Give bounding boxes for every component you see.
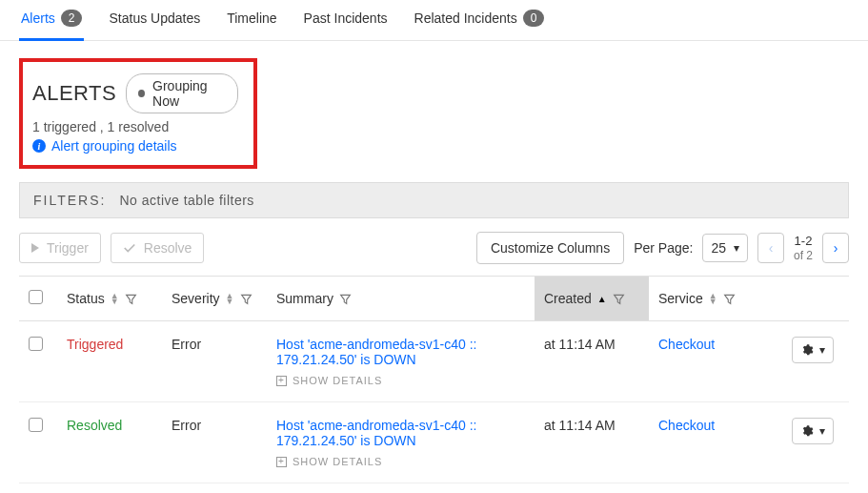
tab-label: Past Incidents bbox=[304, 10, 388, 26]
sort-asc-icon[interactable]: ▲ bbox=[597, 294, 607, 304]
info-icon: i bbox=[32, 139, 46, 153]
tab-label: Related Incidents bbox=[414, 10, 517, 26]
chevron-down-icon: ▾ bbox=[734, 241, 739, 255]
filter-icon[interactable] bbox=[723, 293, 736, 305]
grouping-now-pill[interactable]: Grouping Now bbox=[126, 73, 238, 113]
table-row: Triggered Error Host 'acme-andromeda-sv1… bbox=[19, 321, 849, 402]
resolve-button[interactable]: Resolve bbox=[111, 233, 205, 263]
tab-past-incidents[interactable]: Past Incidents bbox=[302, 0, 390, 41]
chevron-down-icon: ▾ bbox=[819, 424, 825, 438]
sort-icon[interactable]: ▲▼ bbox=[111, 293, 119, 304]
table-row: Resolved Error Host 'acme-andromeda-sv1-… bbox=[19, 402, 849, 483]
per-page-label: Per Page: bbox=[634, 240, 693, 256]
play-icon bbox=[31, 243, 39, 253]
alerts-table: Status ▲▼ Severity ▲▼ Summary bbox=[19, 276, 849, 483]
status-value: Resolved bbox=[67, 418, 122, 433]
per-page-select[interactable]: 25 ▾ bbox=[702, 234, 748, 262]
page-title: ALERTS bbox=[32, 81, 116, 106]
dot-icon bbox=[138, 90, 145, 97]
tab-related-incidents[interactable]: Related Incidents 0 bbox=[413, 0, 547, 41]
show-details-label: SHOW DETAILS bbox=[293, 375, 382, 386]
filter-icon[interactable] bbox=[240, 293, 252, 305]
severity-value: Error bbox=[172, 337, 201, 352]
show-details-toggle[interactable]: + SHOW DETAILS bbox=[276, 456, 382, 467]
service-link[interactable]: Checkout bbox=[658, 418, 715, 433]
summary-link[interactable]: Host 'acme-andromeda-sv1-c40 :: 179.21.2… bbox=[276, 337, 525, 367]
alerts-summary-text: 1 triggered , 1 resolved bbox=[32, 119, 238, 134]
col-status-label: Status bbox=[67, 291, 105, 306]
filters-status: No active table filters bbox=[119, 193, 253, 208]
created-value: at 11:14 AM bbox=[544, 418, 616, 433]
row-actions-dropdown[interactable]: ▾ bbox=[792, 337, 834, 363]
check-icon bbox=[123, 242, 136, 254]
filter-icon[interactable] bbox=[125, 293, 137, 305]
row-actions-dropdown[interactable]: ▾ bbox=[792, 418, 834, 444]
filter-icon[interactable] bbox=[339, 293, 352, 305]
tab-label: Timeline bbox=[227, 10, 276, 26]
gear-icon bbox=[800, 424, 814, 438]
col-created-label: Created bbox=[544, 291, 592, 306]
status-value: Triggered bbox=[67, 337, 123, 352]
page-range: 1-2 of 2 bbox=[794, 234, 813, 262]
grouping-pill-label: Grouping Now bbox=[152, 78, 226, 109]
trigger-button[interactable]: Trigger bbox=[19, 233, 101, 263]
sort-icon[interactable]: ▲▼ bbox=[226, 293, 234, 304]
tab-timeline[interactable]: Timeline bbox=[225, 0, 278, 41]
col-severity-label: Severity bbox=[172, 291, 220, 306]
created-value: at 11:14 AM bbox=[544, 337, 616, 352]
sort-icon[interactable]: ▲▼ bbox=[709, 293, 717, 304]
tab-badge: 2 bbox=[61, 10, 83, 27]
page-range-numbers: 1-2 bbox=[795, 234, 813, 248]
chevron-right-icon: › bbox=[834, 240, 838, 256]
col-summary-label: Summary bbox=[276, 291, 333, 306]
col-service-label: Service bbox=[658, 291, 703, 306]
tab-alerts[interactable]: Alerts 2 bbox=[19, 0, 84, 41]
tab-status-updates[interactable]: Status Updates bbox=[107, 0, 202, 41]
grouping-details-link[interactable]: Alert grouping details bbox=[51, 138, 177, 154]
page-prev-button[interactable]: ‹ bbox=[757, 233, 784, 263]
expand-icon: + bbox=[276, 457, 287, 467]
filters-bar: FILTERS: No active table filters bbox=[19, 182, 849, 218]
tabs-bar: Alerts 2 Status Updates Timeline Past In… bbox=[0, 0, 868, 41]
action-row: Trigger Resolve Customize Columns Per Pa… bbox=[19, 232, 849, 264]
page-next-button[interactable]: › bbox=[822, 233, 849, 263]
select-all-checkbox[interactable] bbox=[29, 290, 43, 304]
summary-link[interactable]: Host 'acme-andromeda-sv1-c40 :: 179.21.2… bbox=[276, 418, 525, 448]
alerts-header-box: ALERTS Grouping Now 1 triggered , 1 reso… bbox=[19, 58, 257, 169]
trigger-label: Trigger bbox=[47, 240, 89, 256]
gear-icon bbox=[800, 343, 814, 357]
tab-label: Status Updates bbox=[109, 10, 200, 26]
page-range-of: of 2 bbox=[794, 249, 813, 262]
expand-icon: + bbox=[276, 376, 287, 386]
per-page-value: 25 bbox=[711, 240, 726, 256]
chevron-left-icon: ‹ bbox=[769, 240, 774, 256]
service-link[interactable]: Checkout bbox=[658, 337, 715, 352]
filters-label: FILTERS: bbox=[33, 193, 106, 208]
show-details-toggle[interactable]: + SHOW DETAILS bbox=[276, 375, 382, 386]
row-checkbox[interactable] bbox=[29, 337, 43, 351]
chevron-down-icon: ▾ bbox=[819, 343, 825, 357]
tab-badge: 0 bbox=[523, 10, 545, 27]
row-checkbox[interactable] bbox=[29, 418, 43, 432]
tab-label: Alerts bbox=[21, 10, 55, 26]
severity-value: Error bbox=[172, 418, 201, 433]
filter-icon[interactable] bbox=[613, 293, 625, 305]
customize-columns-button[interactable]: Customize Columns bbox=[476, 232, 624, 264]
show-details-label: SHOW DETAILS bbox=[293, 456, 382, 467]
resolve-label: Resolve bbox=[144, 240, 192, 256]
